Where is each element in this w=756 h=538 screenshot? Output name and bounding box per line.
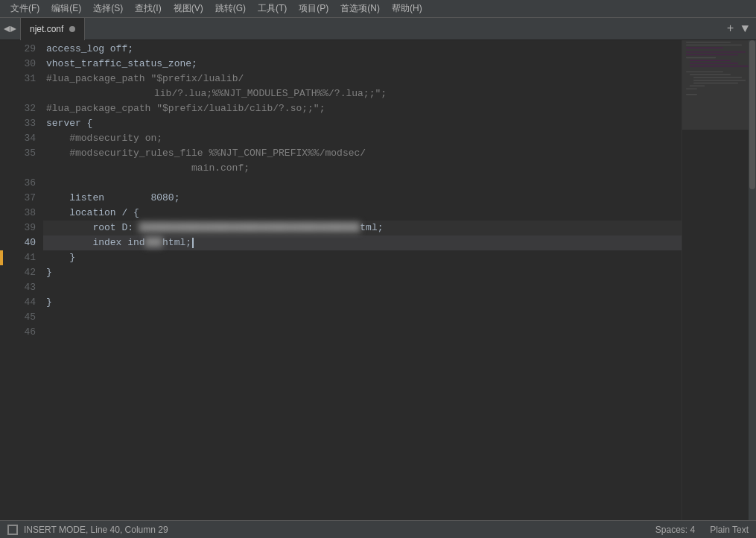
code-line-43: [43, 280, 682, 295]
line-num-29: 29: [10, 42, 36, 57]
status-mode: INSERT MODE, Line 40, Column 29: [24, 525, 168, 535]
code-line-35b: main.conf;: [43, 161, 682, 176]
code-line-42: }: [43, 265, 682, 280]
code-line-44: }: [43, 295, 682, 310]
svg-rect-4: [686, 54, 738, 55]
svg-rect-0: [686, 42, 731, 42]
line-num-31: 31: [10, 72, 36, 86]
code-line-35: #modsecurity_rules_file %%NJT_CONF_PREFI…: [43, 146, 682, 161]
code-line-29: access_log off;: [43, 42, 682, 57]
line-num-45: 45: [10, 310, 36, 325]
svg-rect-14: [690, 86, 705, 86]
tab-nav-arrows[interactable]: ◄►: [0, 18, 21, 40]
code-line-34: #modsecurity on;: [43, 131, 682, 146]
svg-rect-6: [690, 60, 731, 61]
code-line-40: index ind███html;: [43, 235, 682, 250]
editor-area: 29 30 31 32 33 34 35 36 37 38 39 40 41 4…: [0, 40, 756, 520]
code-line-33: server {: [43, 116, 682, 131]
line-num-35: 35: [10, 146, 36, 161]
line-num-38: 38: [10, 206, 36, 221]
line-num-40: 40: [10, 235, 36, 250]
minimap: [682, 40, 749, 520]
scrollbar-thumb[interactable]: [749, 40, 755, 189]
menu-preferences[interactable]: 首选项(N): [334, 1, 386, 16]
menu-find[interactable]: 查找(I): [129, 1, 167, 16]
line-num-44: 44: [10, 295, 36, 310]
vertical-scrollbar[interactable]: [749, 40, 756, 520]
code-line-38: location / {: [43, 206, 682, 221]
code-line-45: [43, 310, 682, 325]
tab-menu-button[interactable]: ▼: [738, 22, 752, 36]
insert-mode-indicator: [7, 525, 18, 535]
line-num-42: 42: [10, 265, 36, 280]
line-num-32: 32: [10, 101, 36, 116]
menu-bar: 文件(F) 编辑(E) 选择(S) 查找(I) 视图(V) 跳转(G) 工具(T…: [0, 0, 756, 18]
code-line-39: root D: ████████████████████████████████…: [43, 221, 682, 235]
menu-help[interactable]: 帮助(H): [386, 1, 428, 16]
status-filetype[interactable]: Plain Text: [710, 525, 749, 535]
tab-bar-actions: + ▼: [724, 22, 756, 36]
line-num-41: 41: [10, 250, 36, 265]
code-editor[interactable]: access_log off; vhost_traffic_status_zon…: [43, 40, 682, 520]
menu-select[interactable]: 选择(S): [87, 1, 129, 16]
status-bar: INSERT MODE, Line 40, Column 29 Spaces: …: [0, 520, 756, 538]
line-num-31b: [10, 86, 36, 101]
svg-rect-9: [686, 72, 723, 72]
svg-rect-12: [693, 80, 746, 80]
code-line-41: }: [43, 250, 682, 265]
tab-modified-dot: [69, 26, 75, 32]
menu-edit[interactable]: 编辑(E): [45, 1, 87, 16]
menu-tools[interactable]: 工具(T): [252, 1, 293, 16]
status-right: Spaces: 4 Plain Text: [655, 525, 749, 535]
menu-view[interactable]: 视图(V): [168, 1, 209, 16]
tab-njet-conf[interactable]: njet.conf: [21, 18, 85, 40]
line-num-43: 43: [10, 280, 36, 295]
line-num-36: 36: [10, 176, 36, 191]
svg-rect-5: [686, 57, 716, 58]
code-line-36: [43, 176, 682, 191]
line-num-34: 34: [10, 131, 36, 146]
svg-rect-10: [690, 74, 731, 75]
code-line-31b: lib/?.lua;%%NJT_MODULES_PATH%%/?.lua;;";: [43, 86, 682, 101]
line-num-35b: [10, 161, 36, 176]
line-num-30: 30: [10, 57, 36, 72]
line-num-33: 33: [10, 116, 36, 131]
status-left: INSERT MODE, Line 40, Column 29: [7, 525, 168, 535]
line-num-46: 46: [10, 325, 36, 340]
code-line-30: vhost_traffic_status_zone;: [43, 57, 682, 72]
svg-rect-16: [686, 94, 697, 95]
svg-rect-7: [690, 63, 738, 63]
menu-file[interactable]: 文件(F): [4, 1, 45, 16]
svg-rect-11: [693, 77, 742, 77]
svg-rect-1: [686, 45, 742, 45]
svg-rect-2: [686, 47, 723, 48]
code-line-32: #lua_package_cpath "$prefix/lualib/clib/…: [43, 101, 682, 116]
add-tab-button[interactable]: +: [724, 22, 737, 36]
minimap-preview: [682, 40, 749, 520]
tab-bar: ◄► njet.conf + ▼: [0, 18, 756, 40]
code-line-31: #lua_package_path "$prefix/lualib/: [43, 72, 682, 86]
svg-rect-13: [693, 83, 738, 83]
svg-rect-3: [686, 51, 746, 52]
line-num-37: 37: [10, 191, 36, 206]
code-line-37: listen 8080;: [43, 191, 682, 206]
svg-rect-15: [686, 88, 697, 89]
left-gutter: [0, 40, 4, 520]
code-line-46: [43, 325, 682, 340]
line-num-39: 39: [10, 221, 36, 235]
line-numbers: 29 30 31 32 33 34 35 36 37 38 39 40 41 4…: [4, 40, 43, 520]
menu-goto[interactable]: 跳转(G): [209, 1, 252, 16]
tab-filename: njet.conf: [30, 24, 63, 34]
svg-rect-8: [690, 66, 749, 66]
status-spaces[interactable]: Spaces: 4: [655, 525, 695, 535]
menu-project[interactable]: 项目(P): [293, 1, 334, 16]
line-marker: [0, 250, 3, 265]
